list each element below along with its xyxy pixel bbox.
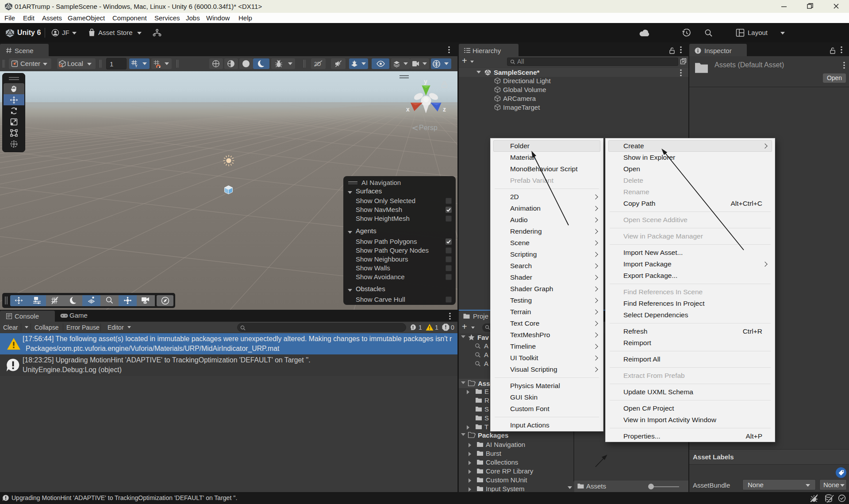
svg-text:z: z [443,106,446,113]
svg-text:x: x [406,106,410,113]
svg-text:y: y [424,78,427,85]
svg-text:Y: Y [135,64,138,68]
